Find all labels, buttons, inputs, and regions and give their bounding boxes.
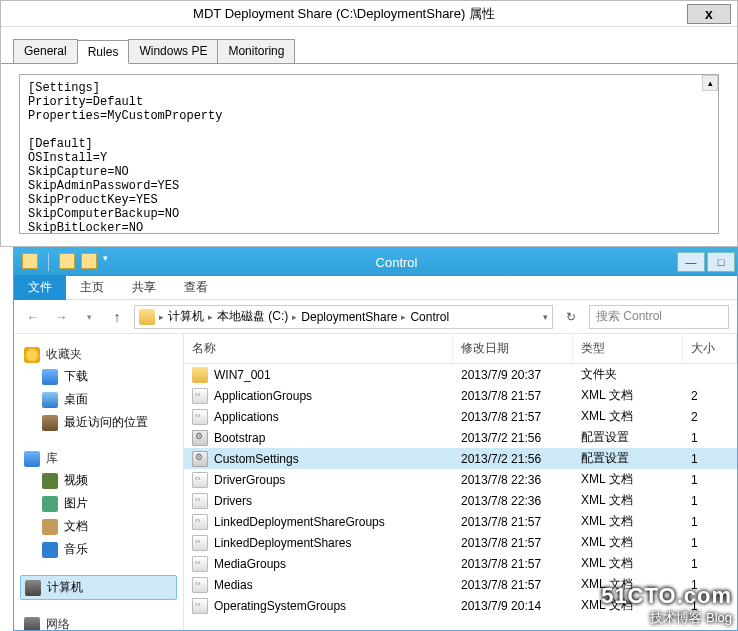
column-type[interactable]: 类型 (573, 334, 683, 363)
file-size (683, 373, 737, 377)
cfg-icon (192, 451, 208, 467)
file-row[interactable]: WIN7_0012013/7/9 20:37文件夹 (184, 364, 737, 385)
xml-icon (192, 598, 208, 614)
file-type: XML 文档 (573, 511, 683, 532)
ribbon-home-tab[interactable]: 主页 (66, 275, 118, 300)
address-dropdown-icon[interactable]: ▾ (543, 312, 548, 322)
search-placeholder: 搜索 Control (596, 308, 662, 325)
sidebar-item-pictures[interactable]: 图片 (20, 492, 177, 515)
qat-newfolder-icon[interactable] (81, 253, 97, 269)
tab-monitoring[interactable]: Monitoring (217, 39, 295, 63)
rules-textarea[interactable] (19, 74, 719, 234)
nav-back-button[interactable]: ← (22, 306, 44, 328)
video-icon (42, 473, 58, 489)
column-name[interactable]: 名称 (184, 334, 453, 363)
recent-icon (42, 415, 58, 431)
dialog-close-button[interactable]: x (687, 4, 731, 24)
file-name: Bootstrap (214, 431, 265, 445)
file-row[interactable]: LinkedDeploymentShares2013/7/8 21:57XML … (184, 532, 737, 553)
column-date[interactable]: 修改日期 (453, 334, 573, 363)
xml-icon (192, 556, 208, 572)
file-type: XML 文档 (573, 553, 683, 574)
tab-general[interactable]: General (13, 39, 78, 63)
ribbon: 文件 主页 共享 查看 (14, 276, 737, 300)
file-date: 2013/7/8 21:57 (453, 513, 573, 531)
ribbon-share-tab[interactable]: 共享 (118, 275, 170, 300)
file-size: 2 (683, 387, 737, 405)
qat-properties-icon[interactable] (59, 253, 75, 269)
file-size: 1 (683, 555, 737, 573)
file-name: Medias (214, 578, 253, 592)
xml-icon (192, 535, 208, 551)
file-row[interactable]: MediaGroups2013/7/8 21:57XML 文档1 (184, 553, 737, 574)
file-date: 2013/7/8 21:57 (453, 408, 573, 426)
sidebar-item-recent[interactable]: 最近访问的位置 (20, 411, 177, 434)
address-bar[interactable]: ▸ 计算机 ▸ 本地磁盘 (C:) ▸ DeploymentShare ▸ Co… (134, 305, 553, 329)
scroll-up-button[interactable]: ▴ (702, 75, 718, 91)
file-row[interactable]: Applications2013/7/8 21:57XML 文档2 (184, 406, 737, 427)
sidebar-item-network[interactable]: 网络 (20, 614, 177, 630)
rules-panel: ▴ (1, 64, 737, 237)
pictures-icon (42, 496, 58, 512)
file-size: 1 (683, 492, 737, 510)
nav-forward-button[interactable]: → (50, 306, 72, 328)
sidebar: 收藏夹 下载 桌面 最近访问的位置 库 视频 图片 文档 音乐 计算机 网络 (14, 334, 184, 630)
maximize-button[interactable]: □ (707, 252, 735, 272)
file-date: 2013/7/2 21:56 (453, 429, 573, 447)
xml-icon (192, 388, 208, 404)
file-row[interactable]: DriverGroups2013/7/8 22:36XML 文档1 (184, 469, 737, 490)
file-row[interactable]: Medias2013/7/8 21:57XML 文档1 (184, 574, 737, 595)
sidebar-item-computer[interactable]: 计算机 (20, 575, 177, 600)
xml-icon (192, 514, 208, 530)
sidebar-favorites-header[interactable]: 收藏夹 (20, 344, 177, 365)
file-date: 2013/7/8 21:57 (453, 387, 573, 405)
breadcrumb-control[interactable]: Control (410, 310, 449, 324)
breadcrumb-sep: ▸ (208, 312, 213, 322)
file-row[interactable]: LinkedDeploymentShareGroups2013/7/8 21:5… (184, 511, 737, 532)
nav-up-button[interactable]: ↑ (106, 306, 128, 328)
navigation-bar: ← → ▾ ↑ ▸ 计算机 ▸ 本地磁盘 (C:) ▸ DeploymentSh… (14, 300, 737, 334)
breadcrumb-computer[interactable]: 计算机 (168, 308, 204, 325)
nav-history-dropdown[interactable]: ▾ (78, 306, 100, 328)
sidebar-libraries-header[interactable]: 库 (20, 448, 177, 469)
explorer-title: Control (116, 255, 677, 270)
file-row[interactable]: Bootstrap2013/7/2 21:56配置设置1 (184, 427, 737, 448)
file-type: XML 文档 (573, 595, 683, 616)
tab-rules[interactable]: Rules (77, 40, 130, 64)
ribbon-view-tab[interactable]: 查看 (170, 275, 222, 300)
file-type: XML 文档 (573, 490, 683, 511)
ribbon-file-tab[interactable]: 文件 (14, 275, 66, 300)
column-size[interactable]: 大小 (683, 334, 737, 363)
file-name: Drivers (214, 494, 252, 508)
file-size: 1 (683, 513, 737, 531)
file-rows: WIN7_0012013/7/9 20:37文件夹ApplicationGrou… (184, 364, 737, 616)
file-list-header: 名称 修改日期 类型 大小 (184, 334, 737, 364)
minimize-button[interactable]: — (677, 252, 705, 272)
sidebar-item-desktop[interactable]: 桌面 (20, 388, 177, 411)
file-row[interactable]: ApplicationGroups2013/7/8 21:57XML 文档2 (184, 385, 737, 406)
star-icon (24, 347, 40, 363)
file-row[interactable]: CustomSettings2013/7/2 21:56配置设置1 (184, 448, 737, 469)
file-name: LinkedDeploymentShareGroups (214, 515, 385, 529)
folder-icon (22, 253, 38, 269)
sidebar-item-downloads[interactable]: 下载 (20, 365, 177, 388)
tab-windows-pe[interactable]: Windows PE (128, 39, 218, 63)
file-row[interactable]: Drivers2013/7/8 22:36XML 文档1 (184, 490, 737, 511)
window-buttons: — □ (677, 252, 737, 272)
explorer-window: ▾ Control — □ 文件 主页 共享 查看 ← → ▾ ↑ ▸ 计算机 … (13, 247, 738, 631)
fold-icon (192, 367, 208, 383)
sidebar-item-music[interactable]: 音乐 (20, 538, 177, 561)
sidebar-item-documents[interactable]: 文档 (20, 515, 177, 538)
search-input[interactable]: 搜索 Control (589, 305, 729, 329)
qat-dropdown-icon[interactable]: ▾ (103, 253, 108, 271)
file-date: 2013/7/2 21:56 (453, 450, 573, 468)
refresh-button[interactable]: ↻ (559, 305, 583, 329)
sidebar-item-videos[interactable]: 视频 (20, 469, 177, 492)
breadcrumb-drive[interactable]: 本地磁盘 (C:) (217, 308, 288, 325)
file-type: XML 文档 (573, 406, 683, 427)
file-size: 1 (683, 429, 737, 447)
breadcrumb-deploymentshare[interactable]: DeploymentShare (301, 310, 397, 324)
file-row[interactable]: OperatingSystemGroups2013/7/9 20:14XML 文… (184, 595, 737, 616)
file-size: 1 (683, 534, 737, 552)
xml-icon (192, 577, 208, 593)
